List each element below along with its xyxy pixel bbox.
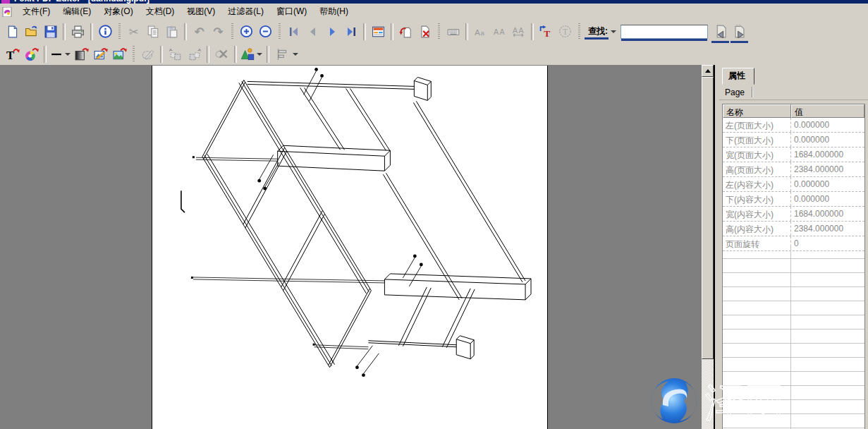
svg-text:T: T [544, 28, 550, 37]
delete-page-button[interactable] [415, 23, 434, 41]
page-tab-bar: Page [719, 85, 868, 100]
last-page-icon [345, 26, 357, 37]
prev-page-button[interactable] [303, 23, 322, 41]
add-text-button[interactable]: T [3, 45, 22, 64]
form-button[interactable] [369, 23, 388, 41]
zoom-in-button[interactable] [237, 23, 256, 41]
shapes-caret[interactable] [257, 53, 262, 56]
insert-page-button[interactable] [396, 23, 415, 41]
insert-text-button[interactable]: T [537, 23, 556, 41]
open-button[interactable] [22, 23, 41, 41]
property-name: 下(内容大小) [723, 192, 791, 206]
menu-object[interactable]: 对象(O) [97, 4, 139, 20]
delete-object-button[interactable] [212, 45, 231, 64]
cut-button[interactable]: ✂ [124, 23, 143, 41]
pdf-page[interactable] [152, 66, 548, 429]
menu-view[interactable]: 视图(V) [181, 4, 221, 20]
property-name: 下(页面大小) [723, 133, 791, 147]
add-color-button[interactable] [22, 45, 41, 64]
property-value[interactable]: 0.000000 [791, 118, 864, 132]
property-row[interactable]: 下(内容大小)0.000000 [723, 192, 864, 207]
save-button[interactable] [41, 23, 60, 41]
find-dropdown-caret[interactable] [611, 30, 616, 33]
property-row[interactable]: 下(页面大小)0.000000 [723, 133, 864, 147]
menu-filter[interactable]: 过滤器(L) [221, 4, 270, 20]
find-input[interactable] [621, 25, 708, 39]
scroll-up-button[interactable] [702, 65, 714, 77]
redo-button[interactable]: ↷ [209, 23, 228, 41]
page-tab[interactable]: Page [719, 86, 752, 99]
edit-path-button[interactable] [138, 45, 157, 64]
column-name[interactable]: 名称 [723, 104, 791, 118]
menu-file[interactable]: 文件(F) [16, 4, 56, 20]
property-row[interactable]: 高(内容大小)2384.000000 [723, 222, 864, 236]
application-window: { "window": { "title": "Foxit PDF Editor… [0, 0, 868, 429]
align-caret[interactable] [293, 53, 298, 56]
align-button[interactable] [272, 45, 291, 64]
send-backward-button[interactable] [166, 45, 185, 64]
main-area: 属性 Page 名称 值 左(页面大小)0.000000 下(页面大小)0.00… [0, 65, 868, 429]
menu-edit[interactable]: 编辑(E) [56, 4, 97, 20]
property-value[interactable]: 2384.000000 [791, 222, 864, 236]
property-name: 高(页面大小) [723, 162, 791, 176]
circle-pencil-icon [141, 47, 155, 61]
print-button[interactable] [68, 23, 87, 41]
property-name: 高(内容大小) [723, 222, 791, 236]
property-value[interactable]: 0.000000 [791, 133, 864, 147]
bring-forward-icon [188, 47, 202, 61]
font-aa-button[interactable]: AA [490, 23, 509, 41]
svg-text:A: A [519, 26, 525, 35]
property-row[interactable]: 左(页面大小)0.000000 [723, 118, 864, 133]
paste-button[interactable] [162, 23, 181, 41]
line-style-caret[interactable] [65, 53, 71, 56]
shapes-button[interactable] [240, 45, 255, 64]
next-page-button[interactable] [322, 23, 341, 41]
document-icon [2, 7, 12, 17]
property-value[interactable]: 2384.000000 [791, 162, 864, 176]
property-value[interactable]: 1684.000000 [791, 147, 864, 162]
toolbar-standard: ✂ ↶ ↷ Aa AA AA T T 查找: [0, 20, 868, 43]
property-row[interactable]: 左(内容大小)0.000000 [723, 177, 864, 192]
property-row[interactable]: 高(页面大小)2384.000000 [723, 162, 864, 177]
circle-text-button[interactable]: T [556, 23, 575, 41]
menu-window[interactable]: 窗口(W) [270, 4, 313, 20]
undo-button[interactable]: ↶ [190, 23, 209, 41]
document-canvas[interactable] [0, 65, 714, 429]
next-page-icon [326, 26, 338, 37]
property-value[interactable]: 1684.000000 [791, 207, 864, 221]
add-image-button[interactable] [110, 45, 129, 64]
menu-document[interactable]: 文档(D) [140, 4, 181, 20]
svg-text:T: T [563, 27, 568, 37]
font-case-icon: Aa [474, 25, 487, 37]
font-case-button[interactable]: Aa [471, 23, 490, 41]
svg-text:A: A [500, 28, 506, 36]
new-button[interactable] [3, 23, 22, 41]
property-value[interactable]: 0.000000 [791, 192, 864, 206]
save-floppy-icon [44, 25, 57, 38]
find-next-button[interactable] [730, 23, 749, 41]
edit-image-button[interactable] [91, 45, 110, 64]
copy-button[interactable] [143, 23, 162, 41]
font-spacing-button[interactable]: AA [509, 23, 528, 41]
add-gradient-button[interactable] [72, 45, 91, 64]
property-name: 宽(内容大小) [723, 207, 791, 221]
last-page-button[interactable] [341, 23, 360, 41]
keyboard-button[interactable] [444, 23, 463, 41]
properties-tab[interactable]: 属性 [722, 68, 754, 85]
info-button[interactable] [96, 23, 115, 41]
property-row[interactable]: 宽(内容大小)1684.000000 [723, 207, 864, 222]
edit-image-icon [94, 47, 108, 61]
first-page-button[interactable] [284, 23, 303, 41]
property-value[interactable]: 0.000000 [791, 177, 864, 191]
scrollbar-thumb[interactable] [702, 77, 714, 359]
column-value[interactable]: 值 [791, 104, 864, 118]
find-prev-button[interactable] [711, 23, 730, 41]
ladder-frame-drawing [152, 66, 547, 429]
zoom-out-button[interactable] [256, 23, 275, 41]
circle-text-icon: T [558, 25, 572, 38]
menu-help[interactable]: 帮助(H) [313, 4, 355, 20]
property-row[interactable]: 宽(页面大小)1684.000000 [723, 147, 864, 162]
line-style-button[interactable] [49, 45, 63, 64]
vertical-scrollbar[interactable] [702, 65, 714, 429]
bring-forward-button[interactable] [185, 45, 204, 64]
